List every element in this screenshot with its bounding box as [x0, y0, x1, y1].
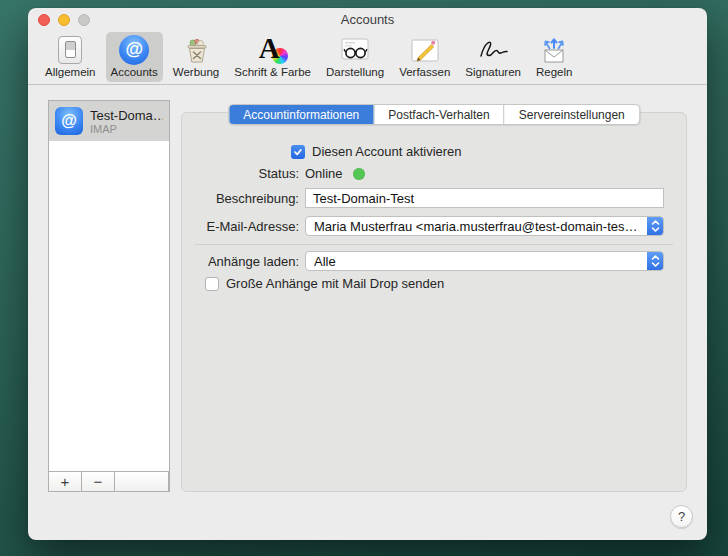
toolbar-item-schrift-farbe[interactable]: A Schrift & Farbe — [229, 32, 316, 82]
attachments-value: Alle — [314, 254, 336, 269]
toolbar-item-label: Darstellung — [326, 66, 384, 79]
account-detail-panel: Accountinformationen Postfach-Verhalten … — [181, 112, 687, 492]
enable-account-checkbox[interactable] — [291, 145, 305, 159]
account-list-body: @ Test-Doma… IMAP — [49, 101, 169, 471]
toolbar-item-label: Schrift & Farbe — [234, 66, 311, 79]
toolbar-item-label: Allgemein — [45, 66, 96, 79]
toolbar-item-allgemein[interactable]: Allgemein — [40, 32, 101, 82]
status-label: Status: — [182, 166, 299, 181]
button-bar-filler — [115, 472, 169, 491]
description-label: Beschreibung: — [182, 191, 299, 206]
status-value: Online — [305, 166, 343, 181]
maildrop-checkbox[interactable] — [205, 277, 219, 291]
font-color-icon: A — [256, 34, 290, 65]
compose-pencil-icon — [408, 34, 442, 65]
description-input[interactable]: Test-Domain-Test — [305, 188, 664, 208]
junk-basket-icon — [179, 34, 213, 65]
add-account-button[interactable]: + — [49, 472, 82, 491]
rules-envelope-icon — [537, 34, 571, 65]
toolbar: Allgemein @ Accounts Werbung — [28, 32, 707, 85]
toolbar-item-signaturen[interactable]: Signaturen — [460, 32, 526, 82]
toolbar-item-label: Accounts — [111, 66, 158, 79]
status-online-indicator — [353, 168, 365, 180]
account-list-buttons: + − — [49, 471, 169, 491]
account-info-form: Diesen Account aktivieren Status: Online… — [182, 113, 686, 491]
at-circle-icon: @ — [117, 34, 151, 65]
help-button[interactable]: ? — [670, 505, 693, 528]
email-address-value: Maria Musterfrau <maria.musterfrau@test-… — [314, 219, 639, 234]
toolbar-item-verfassen[interactable]: Verfassen — [394, 32, 455, 82]
toolbar-item-regeln[interactable]: Regeln — [531, 32, 577, 82]
account-list: @ Test-Doma… IMAP + − — [48, 100, 170, 492]
signature-icon — [476, 34, 510, 65]
enable-account-label: Diesen Account aktivieren — [312, 144, 462, 159]
toolbar-item-werbung[interactable]: Werbung — [168, 32, 224, 82]
remove-account-button[interactable]: − — [82, 472, 115, 491]
account-at-badge: @ — [55, 107, 83, 135]
popup-stepper-icon — [647, 251, 664, 271]
email-address-popup[interactable]: Maria Musterfrau <maria.musterfrau@test-… — [305, 216, 664, 236]
general-switch-icon — [53, 34, 87, 65]
attachments-label: Anhänge laden: — [182, 254, 299, 269]
account-name: Test-Doma… — [90, 108, 163, 123]
email-address-label: E-Mail-Adresse: — [182, 219, 299, 234]
toolbar-item-accounts[interactable]: @ Accounts — [106, 32, 163, 82]
maildrop-label: Große Anhänge mit Mail Drop senden — [226, 276, 444, 291]
titlebar: Accounts — [28, 8, 707, 32]
account-list-item[interactable]: @ Test-Doma… IMAP — [49, 101, 169, 141]
toolbar-item-label: Signaturen — [465, 66, 521, 79]
section-divider — [195, 244, 673, 245]
toolbar-item-darstellung[interactable]: Darstellung — [321, 32, 389, 82]
popup-stepper-icon — [647, 216, 664, 236]
toolbar-item-label: Werbung — [173, 66, 219, 79]
toolbar-item-label: Regeln — [536, 66, 572, 79]
toolbar-item-label: Verfassen — [399, 66, 450, 79]
preferences-window: Accounts Allgemein @ Accounts — [28, 8, 707, 540]
window-title: Accounts — [28, 12, 707, 27]
attachments-popup[interactable]: Alle — [305, 251, 664, 271]
account-protocol: IMAP — [90, 123, 163, 135]
glasses-icon — [338, 34, 372, 65]
